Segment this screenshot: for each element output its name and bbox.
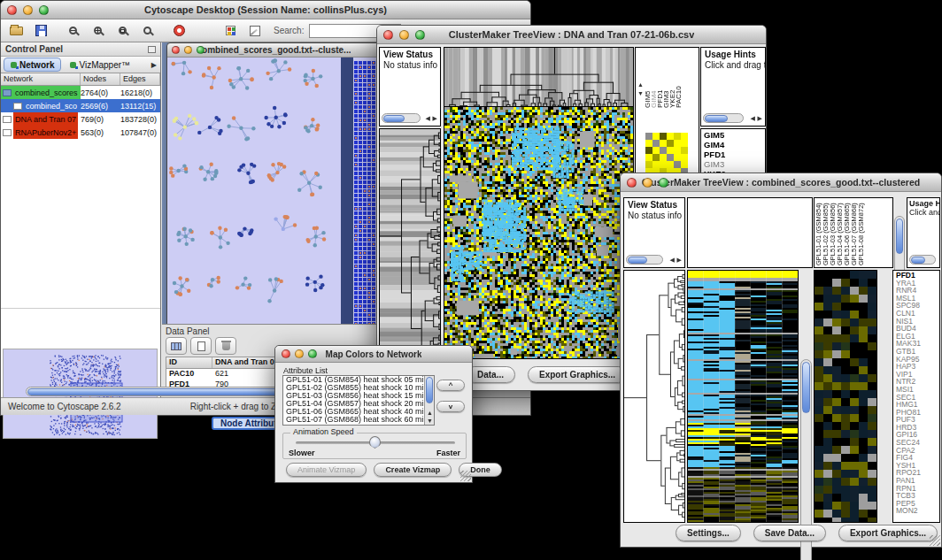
control-panel-tab[interactable]: Network: [4, 58, 61, 72]
treeview2-titlebar[interactable]: ClusterMaker TreeView : combined_scores_…: [621, 173, 941, 192]
control-panel: Control Panel Network VizMapper™ ▶ Netwo…: [1, 42, 161, 397]
control-panel-tab[interactable]: VizMapper™: [64, 58, 136, 72]
map-colors-dialog: Map Colors to Network Attribute List GPL…: [274, 345, 473, 483]
zoom-button[interactable]: [659, 178, 668, 188]
dialog-titlebar[interactable]: Map Colors to Network: [275, 346, 472, 363]
tv2-status-scrollbar[interactable]: [626, 255, 663, 265]
network-view-titlebar[interactable]: combined_scores_good.txt--cluste...: [167, 43, 381, 58]
close-button[interactable]: [7, 5, 17, 15]
tv1-row-dendrogram[interactable]: [379, 128, 441, 359]
list-scrollbar[interactable]: ▲ ▼: [424, 376, 434, 425]
document-icon: [197, 341, 205, 351]
tv1-usage-hints-panel: Usage HintsClick and drag tc ◀ ▶: [700, 47, 766, 127]
minimize-button[interactable]: [643, 178, 652, 188]
minimize-button[interactable]: [184, 46, 192, 54]
new-attribute-button[interactable]: [190, 337, 212, 355]
save-button[interactable]: [29, 21, 52, 41]
gene-label[interactable]: GIM5: [704, 130, 765, 140]
resize-grip[interactable]: [930, 535, 940, 546]
tab-overflow-arrow[interactable]: ▶: [151, 61, 157, 69]
move-down-button[interactable]: v: [436, 401, 465, 412]
scroll-right-icon[interactable]: ▶: [677, 257, 682, 263]
close-button[interactable]: [282, 349, 290, 358]
scroll-down-icon[interactable]: ▼: [637, 90, 644, 96]
tv2-row-dendrogram[interactable]: [623, 270, 685, 523]
tv1-heatmap[interactable]: [444, 107, 634, 359]
dialog-title: Map Colors to Network: [326, 349, 422, 359]
gene-label[interactable]: MON2: [896, 507, 939, 515]
close-button[interactable]: [172, 46, 180, 54]
vizmapper-button[interactable]: [219, 21, 242, 41]
close-button[interactable]: [627, 178, 637, 188]
usage-hints-title: Usage Hi: [909, 199, 939, 208]
network-canvas[interactable]: [167, 58, 381, 325]
gene-label[interactable]: GIM3: [704, 159, 765, 169]
attribute-list-item[interactable]: GPL51-07 (GSM868) heat shock 60 min: [283, 416, 434, 424]
tv1-export-graphics-button[interactable]: Export Graphics...: [528, 366, 627, 383]
annotation-button[interactable]: [243, 21, 266, 41]
network-table-row[interactable]: RNAPuberNov2+ 563(0) 107847(0): [1, 126, 160, 139]
screenshot-stage: Cytoscape Desktop (Session Name: collins…: [0, 0, 942, 560]
tv1-hints-scrollbar[interactable]: [703, 113, 744, 123]
network-table-row[interactable]: combined_sco 2569(6) 13112(15): [1, 99, 160, 112]
scroll-left-icon[interactable]: ◀: [670, 257, 675, 263]
scroll-right-icon[interactable]: ▶: [758, 115, 762, 121]
scroll-up-icon[interactable]: ▲: [637, 81, 644, 88]
tv2-gene-list[interactable]: PFD1YRA1RNR4MSL1SPC98CLN1NIS1BUD4ELG1MAK…: [892, 270, 940, 523]
minimize-button[interactable]: [399, 30, 409, 40]
gene-label[interactable]: PFD1: [704, 150, 765, 159]
zoom-button[interactable]: [39, 5, 49, 15]
create-vizmap-button[interactable]: Create Vizmap: [374, 463, 452, 477]
move-up-button[interactable]: ^: [436, 380, 465, 391]
view-status-title: View Status: [628, 200, 677, 210]
tv2-export-graphics-button[interactable]: Export Graphics...: [838, 525, 938, 541]
tv1-status-scrollbar[interactable]: [382, 113, 421, 123]
zoom-button[interactable]: [197, 46, 205, 54]
undock-icon[interactable]: [148, 46, 156, 53]
tv2-hints-scrollbar[interactable]: [909, 255, 936, 265]
scroll-up-icon[interactable]: ▲: [427, 410, 433, 416]
network-table-header: Network Nodes Edges: [1, 73, 160, 86]
tv2-zoom-heatmap[interactable]: [814, 270, 877, 523]
animate-vizmap-button[interactable]: Animate Vizmap: [286, 463, 367, 477]
scroll-left-icon[interactable]: ◀: [751, 115, 755, 121]
network-table-row[interactable]: combined_scores 2764(0) 16218(0): [1, 86, 160, 99]
treeview1-titlebar[interactable]: ClusterMaker TreeView : DNA and Tran 07-…: [377, 26, 766, 44]
treeview1-title: ClusterMaker TreeView : DNA and Tran 07-…: [449, 29, 695, 40]
speed-slider-thumb[interactable]: [369, 436, 381, 449]
tv2-heatmap[interactable]: [687, 270, 799, 523]
tv1-column-dendrogram[interactable]: [444, 47, 634, 107]
usage-hints-text: Click and: [909, 208, 939, 217]
attribute-select-button[interactable]: [166, 337, 187, 355]
status-welcome: Welcome to Cytoscape 2.6.2: [8, 402, 121, 411]
minimize-button[interactable]: [295, 349, 304, 358]
gene-label[interactable]: GIM4: [704, 140, 765, 150]
help-button[interactable]: [167, 21, 190, 41]
trash-icon: [222, 342, 230, 350]
zoom-button[interactable]: [415, 30, 425, 40]
close-button[interactable]: [383, 30, 393, 40]
scroll-down-icon[interactable]: ▼: [427, 418, 433, 424]
tv2-save-data-button[interactable]: Save Data...: [753, 525, 826, 541]
network-icon: [3, 89, 12, 96]
minimize-button[interactable]: [23, 5, 33, 15]
treeview2-window: ClusterMaker TreeView : combined_scores_…: [620, 173, 942, 548]
scroll-right-icon[interactable]: ▶: [433, 115, 437, 121]
tv1-save-data-button[interactable]: Data...: [466, 366, 515, 383]
open-file-button[interactable]: [4, 21, 27, 41]
tv2-settings-button[interactable]: Settings...: [676, 525, 741, 541]
animation-speed-group: Animation Speed Slower Faster: [282, 433, 467, 459]
zoom-fit-button[interactable]: [111, 21, 134, 41]
main-titlebar[interactable]: Cytoscape Desktop (Session Name: collins…: [1, 1, 530, 19]
zoom-in-button[interactable]: [86, 21, 109, 41]
tv1-mini-heatmap[interactable]: [645, 133, 688, 175]
resize-grip[interactable]: [460, 471, 471, 481]
zoom-out-button[interactable]: [61, 21, 84, 41]
scroll-left-icon[interactable]: ◀: [426, 115, 430, 121]
network-tab-icon: [70, 62, 76, 68]
attribute-listbox[interactable]: GPL51-01 (GSM854) heat shock 05 minGPL51…: [282, 375, 435, 426]
delete-attribute-button[interactable]: [215, 337, 236, 355]
network-table-row[interactable]: DNA and Tran 07 769(0) 183728(0): [1, 112, 160, 126]
zoom-selected-button[interactable]: [135, 21, 158, 41]
zoom-button[interactable]: [308, 349, 317, 358]
